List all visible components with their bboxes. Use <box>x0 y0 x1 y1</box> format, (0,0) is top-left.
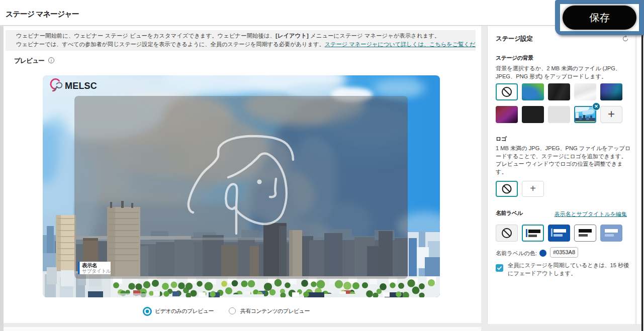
svg-text:表示名: 表示名 <box>81 262 97 268</box>
svg-text:MELSC: MELSC <box>65 81 97 91</box>
svg-text:サブタイトル: サブタイトル <box>82 268 112 274</box>
